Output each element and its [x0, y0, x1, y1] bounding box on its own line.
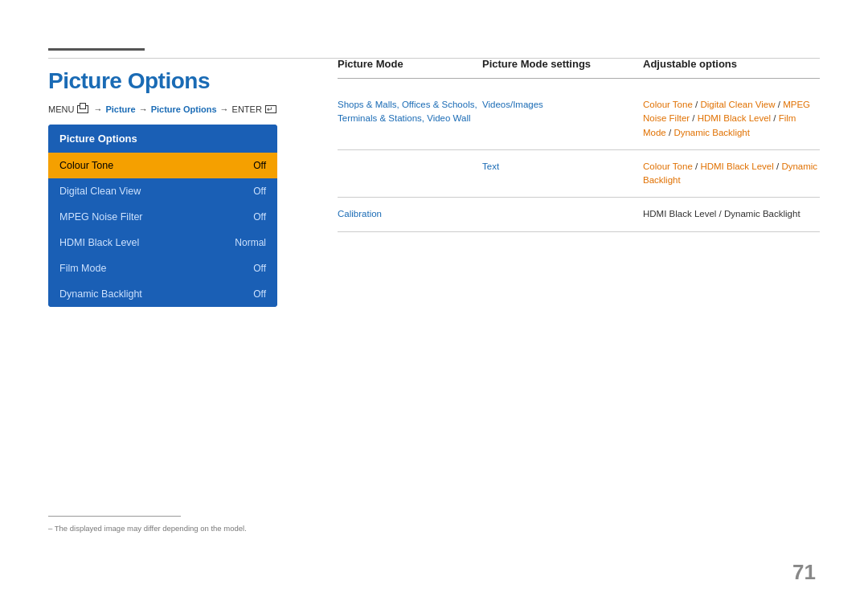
footer-note: – The displayed image may differ dependi…: [48, 524, 247, 533]
header-picture-mode-settings: Picture Mode settings: [482, 58, 643, 70]
arrow-1: →: [93, 104, 102, 114]
row1-options: Colour Tone / Digital Clean View / MPEG …: [643, 98, 820, 140]
page-number: 71: [792, 560, 816, 585]
arrow-2: →: [139, 104, 148, 114]
arrow-3: →: [220, 104, 229, 114]
item-name-mpeg-noise-filter: MPEG Noise Filter: [59, 211, 143, 223]
header-picture-mode: Picture Mode: [338, 58, 482, 70]
menu-label: MENU: [48, 104, 74, 114]
picture-options-panel: Picture Options Colour Tone Off Digital …: [48, 125, 277, 307]
table-header: Picture Mode Picture Mode settings Adjus…: [338, 58, 820, 79]
table-row-2: Text Colour Tone / HDMI Black Level / Dy…: [338, 150, 820, 198]
picture-link: Picture: [105, 104, 135, 114]
item-value-colour-tone: Off: [253, 160, 266, 171]
row2-settings: Text: [482, 160, 643, 174]
table-row-3: Calibration HDMI Black Level / Dynamic B…: [338, 198, 820, 231]
item-value-digital-clean-view: Off: [253, 186, 266, 197]
page: Picture Options MENU → Picture → Picture…: [0, 0, 868, 613]
row1-settings: Videos/Images: [482, 98, 643, 112]
menu-icon: [77, 105, 88, 113]
menu-path: MENU → Picture → Picture Options → ENTER: [48, 104, 278, 114]
row2-options: Colour Tone / HDMI Black Level / Dynamic…: [643, 160, 820, 188]
panel-item-hdmi-black-level[interactable]: HDMI Black Level Normal: [48, 230, 277, 255]
table-row-1: Shops & Malls, Offices & Schools,Termina…: [338, 88, 820, 150]
item-value-mpeg-noise-filter: Off: [253, 211, 266, 223]
row3-options: HDMI Black Level / Dynamic Backlight: [643, 207, 820, 221]
enter-label: ENTER: [232, 104, 262, 114]
panel-item-film-mode[interactable]: Film Mode Off: [48, 255, 277, 281]
row1-mode: Shops & Malls, Offices & Schools,Termina…: [338, 98, 482, 126]
panel-item-mpeg-noise-filter[interactable]: MPEG Noise Filter Off: [48, 204, 277, 230]
panel-item-digital-clean-view[interactable]: Digital Clean View Off: [48, 178, 277, 204]
item-name-dynamic-backlight: Dynamic Backlight: [59, 288, 142, 300]
panel-item-dynamic-backlight[interactable]: Dynamic Backlight Off: [48, 281, 277, 307]
item-value-dynamic-backlight: Off: [253, 288, 266, 300]
item-name-film-mode: Film Mode: [59, 263, 106, 274]
enter-icon: [265, 105, 276, 113]
footer-line: [48, 516, 181, 517]
title-line: [48, 48, 145, 51]
item-name-digital-clean-view: Digital Clean View: [59, 186, 141, 197]
panel-header: Picture Options: [48, 125, 277, 153]
item-value-hdmi-black-level: Normal: [235, 237, 266, 248]
item-name-hdmi-black-level: HDMI Black Level: [59, 237, 139, 248]
item-value-film-mode: Off: [253, 263, 266, 274]
item-name-colour-tone: Colour Tone: [59, 160, 113, 171]
panel-item-colour-tone[interactable]: Colour Tone Off: [48, 153, 277, 178]
picture-options-link: Picture Options: [151, 104, 217, 114]
row3-mode: Calibration: [338, 207, 482, 221]
page-title: Picture Options: [48, 68, 210, 94]
table-section: Picture Mode Picture Mode settings Adjus…: [338, 58, 820, 232]
header-adjustable-options: Adjustable options: [643, 58, 820, 70]
